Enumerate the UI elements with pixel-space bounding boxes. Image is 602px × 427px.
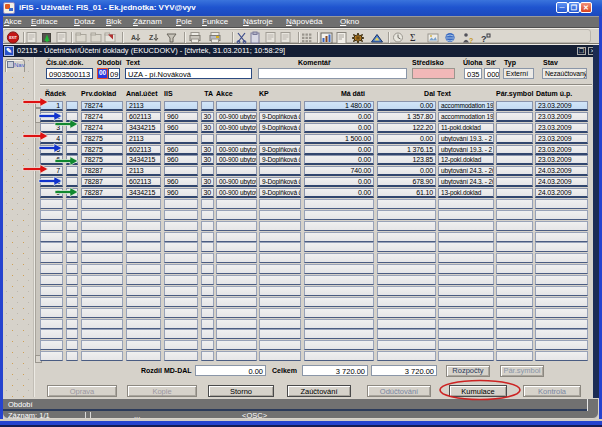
svg-text:?: ? [469,37,473,44]
svg-text:?: ? [481,34,487,44]
svg-text:A: A [131,34,136,41]
svg-text:Z: Z [149,34,154,41]
svg-text:EXIT: EXIT [9,36,17,40]
svg-text:Σ: Σ [410,33,416,43]
